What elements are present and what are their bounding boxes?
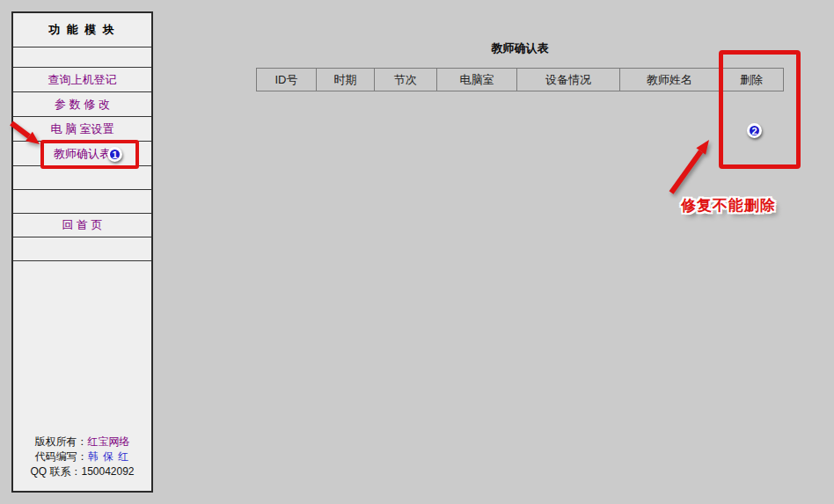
sidebar-item-query-login[interactable]: 查询上机登记 [13, 68, 151, 92]
page-title: 教师确认表 [256, 40, 784, 56]
sidebar-item-home[interactable]: 回 首 页 [13, 214, 151, 237]
red-arrow-icon [4, 114, 53, 154]
sidebar-spacer [13, 47, 151, 68]
sidebar-link-param-edit[interactable]: 参 数 修 改 [55, 97, 110, 113]
sidebar-spacer [13, 166, 151, 190]
footer-qq-line: QQ 联系：150042092 [30, 464, 134, 479]
teacher-confirm-table: ID号 时期 节次 电脑室 设备情况 教师姓名 删除 [256, 68, 784, 91]
step-badge-1: 1 [107, 147, 122, 162]
sidebar-spacer [13, 190, 151, 214]
highlight-box-sidebar-item [40, 140, 139, 169]
column-header-id: ID号 [256, 68, 317, 91]
column-header-equipment: 设备情况 [517, 68, 620, 91]
app-window: 功 能 模 块 查询上机登记 参 数 修 改 电 脑 室设置 教师确认表 回 首… [0, 0, 834, 504]
column-header-period: 节次 [375, 68, 437, 91]
annotation-note: 修复不能删除 [681, 195, 776, 215]
column-header-room: 电脑室 [437, 68, 517, 91]
author-link[interactable]: 韩 保 红 [88, 450, 130, 463]
copyright-label: 版权所有： [35, 435, 88, 448]
column-header-teacher: 教师姓名 [620, 68, 720, 91]
step-badge-2: 2 [747, 123, 762, 138]
qq-label: QQ 联系： [30, 465, 81, 478]
copyright-link[interactable]: 红宝网络 [88, 435, 130, 448]
red-arrow-icon [664, 134, 717, 200]
highlight-box-delete-column [719, 50, 801, 169]
footer-author-line: 代码编写：韩 保 红 [35, 449, 130, 464]
column-header-date: 时期 [317, 68, 375, 91]
sidebar-spacer [13, 237, 151, 261]
sidebar-title: 功 能 模 块 [13, 13, 151, 47]
sidebar-item-param-edit[interactable]: 参 数 修 改 [13, 92, 151, 117]
qq-number: 150042092 [81, 465, 134, 478]
author-label: 代码编写： [35, 450, 88, 463]
sidebar-footer: 版权所有：红宝网络 代码编写：韩 保 红 QQ 联系：150042092 [13, 261, 151, 491]
sidebar-link-room-setup[interactable]: 电 脑 室设置 [50, 121, 113, 137]
sidebar: 功 能 模 块 查询上机登记 参 数 修 改 电 脑 室设置 教师确认表 回 首… [11, 11, 153, 493]
sidebar-link-home[interactable]: 回 首 页 [62, 217, 102, 233]
footer-copyright-line: 版权所有：红宝网络 [35, 435, 130, 449]
sidebar-link-query-login[interactable]: 查询上机登记 [48, 72, 117, 88]
